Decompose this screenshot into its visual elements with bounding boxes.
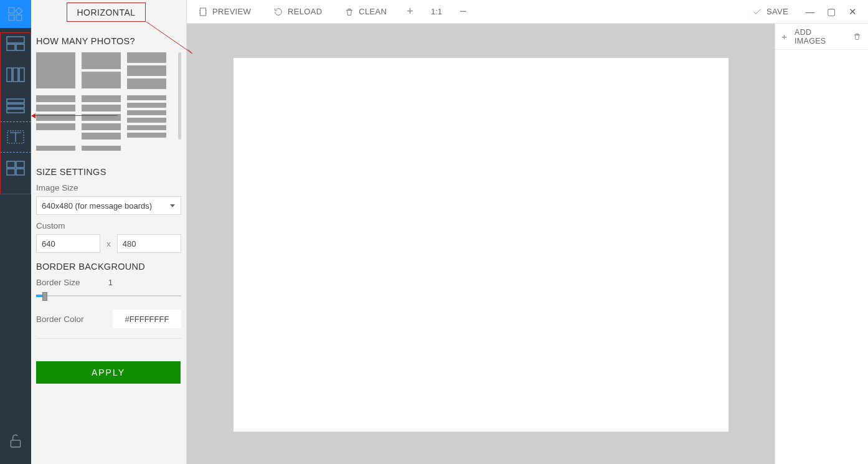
image-size-label: Image Size xyxy=(36,183,181,192)
svg-rect-6 xyxy=(7,68,12,82)
svg-rect-3 xyxy=(7,37,24,43)
top-toolbar: PREVIEW RELOAD CLEAN + 1:1 − SAVE — ▢ ✕ xyxy=(187,0,868,24)
zoom-in-button[interactable]: + xyxy=(398,0,422,23)
window-controls: — ▢ ✕ xyxy=(800,6,868,17)
add-images-button[interactable]: ADD IMAGES xyxy=(795,28,845,45)
annotation-line xyxy=(32,115,118,116)
rail-columns-icon[interactable] xyxy=(0,59,31,90)
svg-rect-9 xyxy=(7,99,24,103)
minimize-button[interactable]: — xyxy=(800,6,821,17)
svg-rect-8 xyxy=(19,68,24,82)
app-logo[interactable] xyxy=(0,0,31,28)
preset-5[interactable] xyxy=(82,95,121,140)
svg-rect-15 xyxy=(7,169,15,175)
svg-rect-11 xyxy=(7,109,24,113)
preview-icon xyxy=(198,7,208,17)
canvas[interactable] xyxy=(234,58,729,432)
rail-text-icon[interactable] xyxy=(0,121,31,153)
maximize-button[interactable]: ▢ xyxy=(821,6,842,17)
layout-presets xyxy=(36,52,181,153)
size-title: SIZE SETTINGS xyxy=(36,167,181,177)
options-panel: HOW MANY PHOTOS? SIZE SETTINGS Image Siz… xyxy=(31,0,187,464)
border-color-label: Border Color xyxy=(36,315,84,324)
svg-rect-14 xyxy=(16,161,24,168)
svg-rect-13 xyxy=(7,161,15,168)
rail-grid-icon[interactable] xyxy=(0,28,31,59)
reload-icon xyxy=(273,7,283,17)
preset-1[interactable] xyxy=(36,52,75,89)
border-color-value[interactable]: #FFFFFFFF xyxy=(113,310,181,328)
dimension-separator: x xyxy=(106,239,111,249)
left-rail xyxy=(0,0,31,464)
svg-rect-2 xyxy=(16,15,22,21)
svg-rect-20 xyxy=(200,8,205,16)
svg-rect-5 xyxy=(16,44,24,50)
reload-button[interactable]: RELOAD xyxy=(262,0,333,23)
canvas-area xyxy=(187,24,775,464)
preset-8[interactable] xyxy=(82,146,121,153)
custom-width-input[interactable] xyxy=(36,234,100,253)
clean-icon xyxy=(344,7,354,17)
save-button[interactable]: SAVE xyxy=(741,0,800,23)
rail-rows-icon[interactable] xyxy=(0,90,31,121)
border-title: BORDER BACKGROUND xyxy=(36,262,181,272)
border-size-slider[interactable] xyxy=(36,291,181,301)
svg-rect-7 xyxy=(13,68,18,82)
close-button[interactable]: ✕ xyxy=(842,6,863,17)
image-size-select[interactable]: 640x480 (for message boards) xyxy=(36,196,181,215)
plus-icon[interactable]: + xyxy=(781,31,787,42)
preset-7[interactable] xyxy=(36,146,75,153)
svg-rect-0 xyxy=(9,7,14,13)
clean-button[interactable]: CLEAN xyxy=(333,0,398,23)
annotation-header: HORIZONTAL xyxy=(67,2,146,22)
border-size-label: Border Size xyxy=(36,278,80,287)
border-size-value: 1 xyxy=(108,278,181,287)
check-icon xyxy=(752,7,762,17)
lock-icon[interactable] xyxy=(0,425,31,457)
zoom-out-button[interactable]: − xyxy=(451,0,476,23)
images-panel: + ADD IMAGES xyxy=(775,24,868,464)
preset-6[interactable] xyxy=(127,95,166,140)
svg-rect-16 xyxy=(16,169,24,175)
rail-tile-icon[interactable] xyxy=(0,153,31,184)
trash-icon[interactable] xyxy=(852,32,862,41)
preset-2[interactable] xyxy=(82,52,121,89)
custom-label: Custom xyxy=(36,221,181,230)
svg-rect-4 xyxy=(7,44,15,50)
svg-rect-10 xyxy=(7,104,24,108)
preset-4[interactable] xyxy=(36,95,75,140)
preview-button[interactable]: PREVIEW xyxy=(187,0,262,23)
apply-button[interactable]: APPLY xyxy=(36,361,181,384)
preset-3[interactable] xyxy=(127,52,166,89)
svg-rect-17 xyxy=(11,440,20,447)
zoom-ratio: 1:1 xyxy=(422,7,451,16)
svg-rect-1 xyxy=(9,15,14,21)
custom-height-input[interactable] xyxy=(117,234,181,253)
presets-scrollbar[interactable] xyxy=(178,52,181,140)
photos-title: HOW MANY PHOTOS? xyxy=(36,36,181,46)
